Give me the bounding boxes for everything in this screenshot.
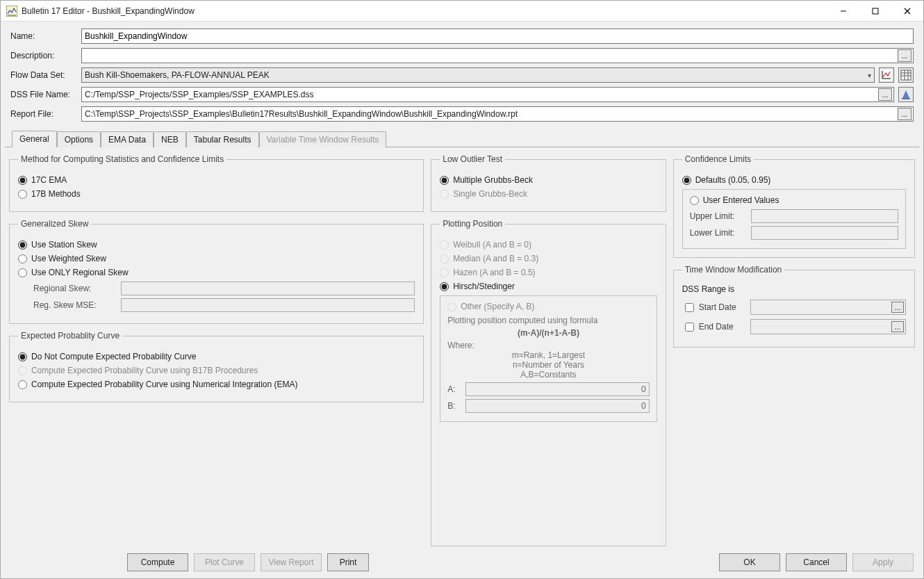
tab-ema-data[interactable]: EMA Data: [101, 131, 154, 147]
dss-dist-button[interactable]: [898, 87, 914, 102]
report-file-browse-button[interactable]: ...: [898, 108, 911, 120]
radio-median-label: Median (A and B = 0.3): [453, 254, 538, 263]
radio-sgb-input: [440, 190, 449, 199]
pp-other-box: Other (Specify A, B) Plotting position c…: [440, 295, 657, 422]
radio-median: Median (A and B = 0.3): [440, 254, 657, 263]
radio-multiple-grubbs-beck[interactable]: Multiple Grubbs-Beck: [440, 175, 657, 185]
tab-options[interactable]: Options: [57, 131, 101, 147]
radio-regional-skew[interactable]: Use ONLY Regional Skew: [18, 268, 415, 277]
radio-station-skew-label: Use Station Skew: [31, 240, 97, 250]
radio-weighted-skew-input[interactable]: [18, 254, 27, 263]
print-button[interactable]: Print: [327, 553, 369, 571]
window-buttons: [827, 1, 923, 22]
header-form: Name: Description: ... Flow Data Set: Bu…: [1, 22, 923, 130]
radio-regional-skew-input[interactable]: [18, 268, 27, 277]
end-date-input: ...: [750, 319, 906, 334]
skew-legend: Generalized Skew: [18, 219, 91, 229]
footer-buttons: Compute Plot Curve View Report Print OK …: [1, 549, 923, 578]
radio-other: Other (Specify A, B): [447, 302, 649, 311]
time-window-group: Time Window Modification DSS Range is St…: [673, 265, 915, 348]
view-report-button: View Report: [261, 553, 322, 571]
radio-17c-ema[interactable]: 17C EMA: [18, 175, 415, 185]
report-file-label: Report File:: [10, 109, 79, 119]
start-date-checkbox[interactable]: Start Date: [682, 301, 745, 314]
cancel-button[interactable]: Cancel: [786, 553, 847, 571]
description-label: Description:: [10, 51, 79, 60]
radio-weibull: Weibull (A and B = 0): [440, 240, 657, 250]
pp-b-label: B:: [447, 401, 461, 411]
close-button[interactable]: [891, 1, 923, 22]
title-bar: Bulletin 17 Editor - Bushkill_ExpandingW…: [1, 1, 923, 22]
radio-other-input: [447, 302, 456, 311]
radio-station-skew-input[interactable]: [18, 240, 27, 250]
flow-data-value: Bush Kill-Shoemakers, PA-FLOW-ANNUAL PEA…: [85, 70, 270, 80]
tab-general[interactable]: General: [12, 131, 57, 147]
name-label: Name:: [10, 31, 79, 41]
radio-weighted-skew-label: Use Weighted Skew: [31, 254, 106, 263]
radio-cl-user-input[interactable]: [690, 196, 699, 205]
radio-station-skew[interactable]: Use Station Skew: [18, 240, 415, 250]
radio-epc-none[interactable]: Do Not Compute Expected Probability Curv…: [18, 352, 415, 361]
dss-file-label: DSS File Name:: [10, 90, 79, 99]
radio-regional-skew-label: Use ONLY Regional Skew: [31, 268, 129, 277]
radio-cl-defaults-input[interactable]: [682, 176, 691, 185]
tab-tabular-results[interactable]: Tabular Results: [186, 131, 259, 147]
tab-neb[interactable]: NEB: [154, 131, 186, 147]
radio-cl-user[interactable]: User Entered Values: [690, 195, 898, 205]
name-input[interactable]: [81, 28, 914, 44]
start-date-label: Start Date: [699, 302, 736, 312]
radio-mgb-label: Multiple Grubbs-Beck: [453, 175, 533, 185]
radio-cl-defaults[interactable]: Defaults (0.05, 0.95): [682, 175, 906, 185]
radio-17c-ema-input[interactable]: [18, 176, 27, 185]
start-date-picker-button: ...: [891, 302, 904, 313]
maximize-button[interactable]: [859, 1, 891, 22]
compute-button[interactable]: Compute: [127, 553, 188, 571]
radio-weibull-label: Weibull (A and B = 0): [453, 240, 531, 250]
end-date-checkbox[interactable]: End Date: [682, 320, 745, 334]
radio-hirsch-input[interactable]: [440, 282, 449, 291]
lower-limit-label: Lower Limit:: [690, 228, 745, 238]
flow-plot-button[interactable]: [879, 67, 894, 83]
low-outlier-group: Low Outlier Test Multiple Grubbs-Beck Si…: [431, 154, 666, 212]
radio-other-label: Other (Specify A, B): [461, 302, 534, 311]
radio-17b-methods-label: 17B Methods: [31, 189, 81, 199]
radio-mgb-input[interactable]: [440, 176, 449, 185]
end-date-checkbox-input[interactable]: [685, 323, 694, 332]
app-icon: [6, 6, 17, 17]
right-column: Confidence Limits Defaults (0.05, 0.95) …: [673, 154, 915, 546]
epc-legend: Expected Probablity Curve: [18, 331, 122, 341]
tab-strip: General Options EMA Data NEB Tabular Res…: [5, 130, 919, 147]
dss-file-browse-button[interactable]: ...: [878, 88, 892, 101]
dss-file-input[interactable]: C:/Temp/SSP_Projects/SSP_Examples/SSP_EX…: [85, 90, 878, 99]
end-date-label: End Date: [699, 322, 734, 332]
radio-epc-numint-input[interactable]: [18, 380, 27, 389]
report-file-input[interactable]: C:\Temp\SSP_Projects\SSP_Examples\Bullet…: [85, 109, 898, 119]
regional-skew-label: Regional Skew:: [33, 284, 117, 293]
pp-def-n: n=Number of Years: [447, 360, 649, 370]
radio-17b-methods-input[interactable]: [18, 190, 27, 199]
cl-legend: Confidence Limits: [682, 154, 754, 164]
radio-hirsch-label: Hirsch/Stedinger: [453, 282, 515, 291]
pp-b-input: [465, 399, 649, 413]
plot-curve-button: Plot Curve: [194, 553, 255, 571]
flow-data-combo[interactable]: Bush Kill-Shoemakers, PA-FLOW-ANNUAL PEA…: [81, 67, 875, 83]
pp-info-line1: Plotting position computed using formula: [447, 316, 649, 325]
radio-epc-numint[interactable]: Compute Expected Probability Curve using…: [18, 380, 415, 389]
radio-17b-methods[interactable]: 17B Methods: [18, 189, 415, 199]
ok-button[interactable]: OK: [719, 553, 780, 571]
start-date-checkbox-input[interactable]: [685, 303, 694, 312]
radio-hirsch-stedinger[interactable]: Hirsch/Stedinger: [440, 282, 657, 291]
method-legend: Method for Computing Statistics and Conf…: [18, 154, 226, 164]
radio-weighted-skew[interactable]: Use Weighted Skew: [18, 254, 415, 263]
radio-single-grubbs-beck: Single Grubbs-Beck: [440, 189, 657, 199]
flow-data-label: Flow Data Set:: [10, 70, 79, 80]
radio-median-input: [440, 254, 449, 263]
general-panel: Method for Computing Statistics and Conf…: [1, 147, 923, 549]
window-title: Bulletin 17 Editor - Bushkill_ExpandingW…: [22, 6, 827, 16]
flow-table-button[interactable]: [898, 67, 914, 83]
description-browse-button[interactable]: ...: [898, 49, 911, 62]
end-date-picker-button: ...: [891, 321, 904, 332]
twm-legend: Time Window Modification: [682, 265, 785, 275]
minimize-button[interactable]: [827, 1, 859, 22]
radio-epc-none-input[interactable]: [18, 352, 27, 361]
